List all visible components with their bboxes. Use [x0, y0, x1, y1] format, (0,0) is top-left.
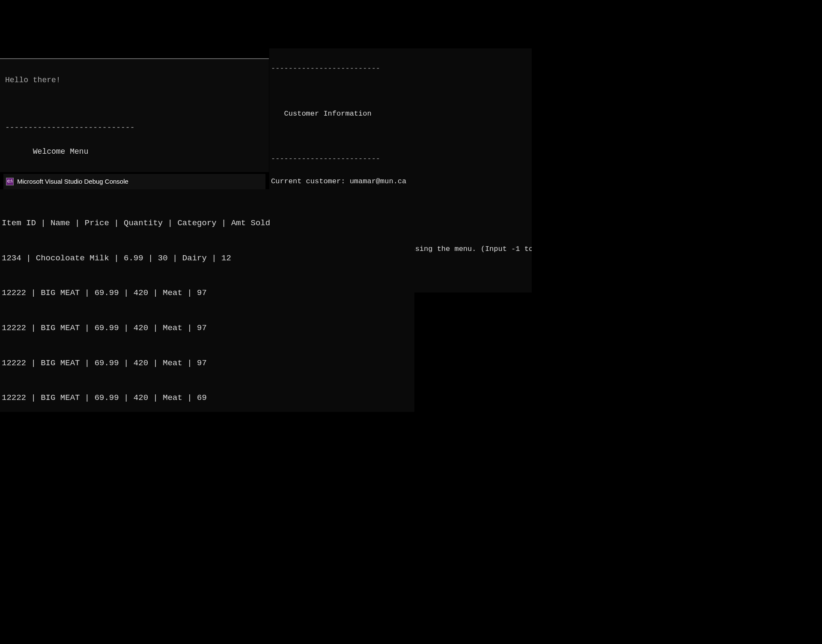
- blank-line: [5, 98, 264, 110]
- table-row: 12222 | BIG MEAT | 69.99 | 420 | Meat | …: [2, 389, 413, 407]
- table-header: Item ID | Name | Price | Quantity | Cate…: [2, 215, 413, 232]
- console-title-bar[interactable]: C:\ Microsoft Visual Studio Debug Consol…: [3, 174, 265, 189]
- vs-debug-console-icon: C:\: [6, 178, 14, 185]
- divider: -------------------------: [271, 153, 530, 164]
- table-row: 12222 | BIG MEAT | 69.99 | 420 | Meat | …: [2, 284, 413, 302]
- divider: ----------------------------: [5, 122, 264, 134]
- welcome-console: Hello there! ---------------------------…: [0, 58, 269, 172]
- table-row: 1234 | Chocoloate Milk | 6.99 | 30 | Dai…: [2, 250, 413, 267]
- data-console: Item ID | Name | Price | Quantity | Cate…: [0, 189, 414, 412]
- welcome-menu-title: Welcome Menu: [5, 146, 264, 158]
- table-row: 12222 | BIG MEAT | 69.99 | 420 | Meat | …: [2, 355, 413, 372]
- divider: -------------------------: [271, 63, 530, 74]
- greeting-text: Hello there!: [5, 75, 264, 86]
- current-customer: Current customer: umamar@mun.ca: [271, 176, 530, 187]
- blank-line: [271, 86, 530, 97]
- table-row: 12222 | BIG MEAT | 69.99 | 420 | Meat | …: [2, 319, 413, 337]
- blank-line: [271, 131, 530, 142]
- divider: ----------------------------: [5, 170, 264, 172]
- console-title-text: Microsoft Visual Studio Debug Console: [17, 176, 128, 186]
- customer-info-title: Customer Information: [271, 108, 530, 119]
